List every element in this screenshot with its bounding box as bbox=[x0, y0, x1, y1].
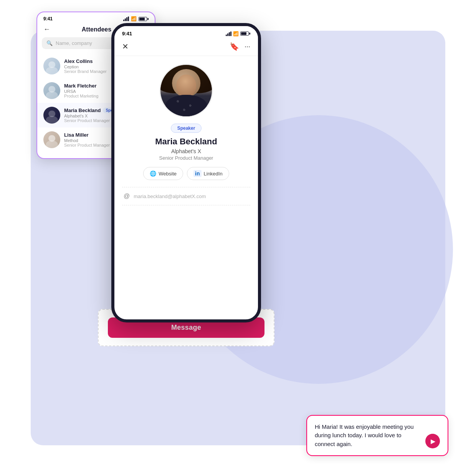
linkedin-label: LinkedIn bbox=[204, 171, 223, 177]
website-button[interactable]: 🌐 Website bbox=[143, 167, 183, 180]
chat-bubble: Hi Maria! It was enjoyable meeting you d… bbox=[306, 415, 448, 456]
battery-icon bbox=[139, 17, 149, 21]
profile-more-button[interactable]: ··· bbox=[245, 43, 250, 51]
linkedin-icon: in bbox=[193, 170, 201, 177]
search-icon: 🔍 bbox=[46, 40, 53, 46]
back-button[interactable]: ← bbox=[43, 25, 50, 33]
profile-links: 🌐 Website in LinkedIn bbox=[124, 167, 249, 180]
profile-nav: ✕ 🔖 ··· bbox=[114, 39, 258, 56]
send-icon: ▶ bbox=[431, 438, 435, 445]
profile-signal-icon bbox=[226, 31, 231, 36]
profile-wifi-icon: 📶 bbox=[233, 31, 239, 36]
bookmark-button[interactable]: 🔖 bbox=[230, 42, 239, 51]
attendees-status-bar: 9:41 📶 bbox=[37, 12, 155, 23]
search-input[interactable]: Name, company bbox=[56, 40, 92, 46]
nav-right-buttons: 🔖 ··· bbox=[230, 42, 250, 51]
at-icon: @ bbox=[122, 193, 130, 200]
profile-phone: 9:41 📶 ✕ 🔖 ··· bbox=[111, 23, 261, 322]
avatar-alex bbox=[43, 58, 60, 74]
attendee-name-alex: Alex Collins bbox=[64, 58, 93, 64]
profile-status-bar: 9:41 📶 bbox=[114, 26, 258, 39]
wifi-icon: 📶 bbox=[131, 16, 137, 21]
attendees-status-icons: 📶 bbox=[123, 16, 149, 21]
website-label: Website bbox=[159, 171, 177, 177]
linkedin-button[interactable]: in LinkedIn bbox=[187, 167, 229, 180]
attendee-name-lisa: Lisa Miller bbox=[64, 132, 89, 138]
profile-photo bbox=[159, 64, 213, 117]
close-button[interactable]: ✕ bbox=[122, 42, 129, 51]
avatar-mark bbox=[43, 82, 60, 99]
globe-icon: 🌐 bbox=[150, 170, 156, 177]
profile-battery-icon bbox=[240, 31, 250, 36]
attendee-name-maria: Maria Beckland bbox=[64, 107, 101, 113]
attendee-name-mark: Mark Fletcher bbox=[64, 83, 97, 89]
attendees-time: 9:41 bbox=[43, 16, 53, 21]
avatar-lisa bbox=[43, 131, 60, 148]
profile-status-icons: 📶 bbox=[226, 31, 250, 36]
send-button[interactable]: ▶ bbox=[425, 434, 440, 448]
signal-icon bbox=[123, 17, 129, 21]
profile-content: Speaker Maria Beckland Alphabet's X Seni… bbox=[114, 56, 258, 205]
profile-email-row: @ maria.beckland@alphabetX.com bbox=[122, 187, 250, 205]
profile-name: Maria Beckland bbox=[124, 137, 249, 147]
avatar-maria bbox=[43, 107, 60, 124]
profile-role: Senior Product Manager bbox=[124, 155, 249, 161]
chat-message-text: Hi Maria! It was enjoyable meeting you d… bbox=[315, 423, 421, 449]
profile-company: Alphabet's X bbox=[124, 148, 249, 154]
profile-time: 9:41 bbox=[122, 31, 132, 36]
profile-email: maria.beckland@alphabetX.com bbox=[134, 193, 206, 199]
profile-speaker-badge: Speaker bbox=[171, 124, 202, 133]
